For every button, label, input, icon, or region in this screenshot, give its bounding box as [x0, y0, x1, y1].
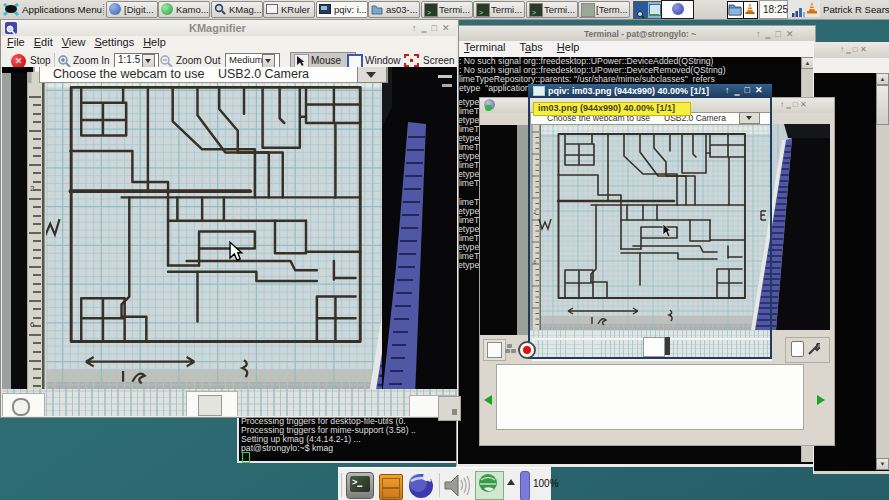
- svg-text:2: 2: [30, 184, 35, 193]
- svg-text:6: 6: [30, 320, 35, 329]
